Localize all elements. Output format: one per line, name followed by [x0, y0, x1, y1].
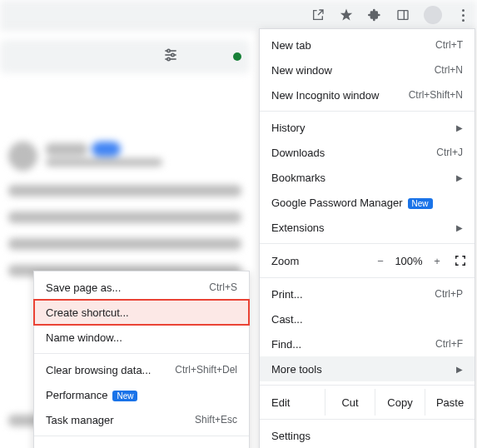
shortcut-label: Ctrl+J	[436, 147, 463, 158]
menu-item[interactable]: DownloadsCtrl+J	[260, 140, 475, 165]
menu-item-label: New tab	[271, 39, 435, 52]
edit-row: Edit Cut Copy Paste	[260, 389, 475, 416]
cut-button[interactable]: Cut	[325, 389, 375, 416]
submenu-arrow-icon: ▶	[456, 173, 463, 182]
menu-item-label: Cast...	[271, 313, 463, 326]
separator	[34, 353, 249, 354]
menu-item[interactable]: Bookmarks▶	[260, 165, 475, 190]
menu-item[interactable]: PerformanceNew	[34, 382, 249, 407]
menu-item[interactable]: Print...Ctrl+P	[260, 281, 475, 306]
zoom-out-button[interactable]: −	[370, 255, 391, 267]
separator	[34, 436, 249, 436]
menu-item[interactable]: New windowCtrl+N	[260, 57, 475, 82]
submenu-arrow-icon: ▶	[456, 365, 463, 374]
tune-icon[interactable]	[162, 47, 182, 67]
new-badge: New	[408, 198, 433, 209]
status-dot-icon	[233, 52, 241, 61]
svg-point-6	[171, 53, 174, 56]
menu-item-label: Save page as...	[46, 281, 209, 294]
shortcut-label: Ctrl+Shift+N	[409, 89, 463, 101]
menu-item-label: Print...	[271, 288, 435, 301]
shortcut-label: Ctrl+T	[435, 39, 463, 51]
menu-item-label: New Incognito window	[271, 89, 409, 102]
main-menu: New tabCtrl+TNew windowCtrl+NNew Incogni…	[259, 28, 475, 448]
new-badge: New	[112, 391, 137, 401]
separator	[260, 111, 475, 112]
edit-label: Edit	[260, 389, 325, 416]
zoom-label: Zoom	[271, 255, 370, 267]
menu-item[interactable]: Cast...	[260, 306, 475, 331]
menu-item-label: Create shortcut...	[46, 306, 237, 319]
menu-item-label: Downloads	[271, 147, 436, 159]
separator	[260, 277, 475, 278]
svg-point-7	[167, 57, 170, 60]
menu-item-label: New window	[271, 64, 435, 77]
sidepanel-icon[interactable]	[395, 7, 410, 22]
profile-icon[interactable]	[424, 6, 442, 24]
menu-item[interactable]: Clear browsing data...Ctrl+Shift+Del	[34, 357, 249, 382]
submenu-arrow-icon: ▶	[456, 223, 463, 232]
fullscreen-icon[interactable]	[455, 255, 466, 266]
more-icon[interactable]	[455, 9, 470, 22]
menu-item[interactable]: Settings	[260, 423, 475, 448]
menu-item-label: Extensions	[271, 222, 450, 234]
menu-item[interactable]: Save page as...Ctrl+S	[34, 275, 249, 300]
shortcut-label: Ctrl+F	[435, 338, 463, 350]
menu-item-label: Bookmarks	[271, 172, 450, 184]
shortcut-label: Ctrl+Shift+Del	[175, 364, 237, 376]
menu-item-label: Clear browsing data...	[46, 364, 175, 376]
separator	[260, 385, 475, 386]
copy-button[interactable]: Copy	[375, 389, 425, 416]
menu-item[interactable]: History▶	[260, 115, 475, 140]
menu-item-label: Find...	[271, 338, 435, 351]
shortcut-label: Ctrl+N	[435, 64, 463, 76]
menu-item-label: Google Password ManagerNew	[271, 197, 463, 209]
zoom-percent: 100%	[391, 255, 426, 267]
share-icon[interactable]	[311, 7, 325, 22]
menu-item[interactable]: Find...Ctrl+F	[260, 331, 475, 356]
browser-toolbar	[0, 0, 477, 30]
shortcut-label: Ctrl+S	[209, 281, 237, 293]
separator	[260, 243, 475, 244]
menu-item[interactable]: More tools▶	[260, 356, 475, 381]
menu-item-label: Settings	[271, 430, 463, 442]
paste-button[interactable]: Paste	[425, 389, 475, 416]
zoom-in-button[interactable]: +	[426, 255, 448, 267]
zoom-row: Zoom − 100% +	[260, 247, 475, 274]
more-tools-submenu: Save page as...Ctrl+SCreate shortcut...N…	[33, 271, 250, 448]
svg-rect-0	[398, 11, 408, 20]
menu-item[interactable]: Name window...	[34, 325, 249, 350]
menu-item[interactable]: New Incognito windowCtrl+Shift+N	[260, 82, 475, 107]
menu-item[interactable]: Task managerShift+Esc	[34, 407, 249, 432]
svg-point-5	[167, 49, 170, 52]
menu-item[interactable]: New tabCtrl+T	[260, 32, 475, 57]
menu-item[interactable]: Extensions▶	[260, 215, 475, 240]
menu-item-label: History	[271, 122, 450, 134]
separator	[260, 419, 475, 420]
menu-item-label: PerformanceNew	[46, 389, 237, 401]
menu-item-label: Name window...	[46, 331, 237, 344]
menu-item[interactable]: Google Password ManagerNew	[260, 190, 475, 215]
menu-item-label: More tools	[271, 363, 450, 376]
menu-item[interactable]: Developer toolsCtrl+Shift+I	[34, 440, 249, 448]
menu-item-label: Task manager	[46, 414, 195, 426]
submenu-arrow-icon: ▶	[456, 123, 463, 132]
shortcut-label: Shift+Esc	[195, 414, 237, 426]
extensions-icon[interactable]	[367, 7, 382, 22]
menu-item[interactable]: Create shortcut...	[34, 300, 249, 325]
shortcut-label: Ctrl+P	[435, 288, 463, 300]
bookmark-star-icon[interactable]	[339, 7, 354, 22]
